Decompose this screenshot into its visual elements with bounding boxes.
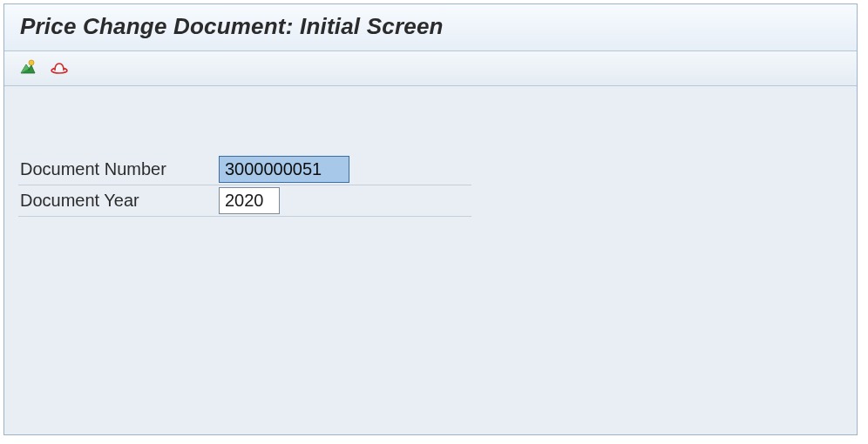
mountain-sun-icon	[19, 58, 37, 79]
document-year-field[interactable]	[219, 187, 280, 214]
toolbar	[4, 51, 857, 86]
document-year-label: Document Year	[18, 191, 219, 211]
document-year-row: Document Year	[18, 185, 471, 217]
accounting-documents-button[interactable]	[17, 57, 39, 80]
svg-point-0	[29, 60, 34, 65]
document-number-field[interactable]	[219, 156, 349, 183]
hat-icon	[50, 58, 69, 79]
title-bar: Price Change Document: Initial Screen	[4, 4, 857, 51]
content-area: Document Number Document Year	[4, 86, 857, 434]
document-number-row: Document Number	[18, 154, 471, 185]
original-document-button[interactable]	[48, 57, 71, 80]
document-number-label: Document Number	[18, 159, 219, 179]
window: Price Change Document: Initial Screen	[3, 3, 858, 435]
page-title: Price Change Document: Initial Screen	[20, 13, 841, 40]
